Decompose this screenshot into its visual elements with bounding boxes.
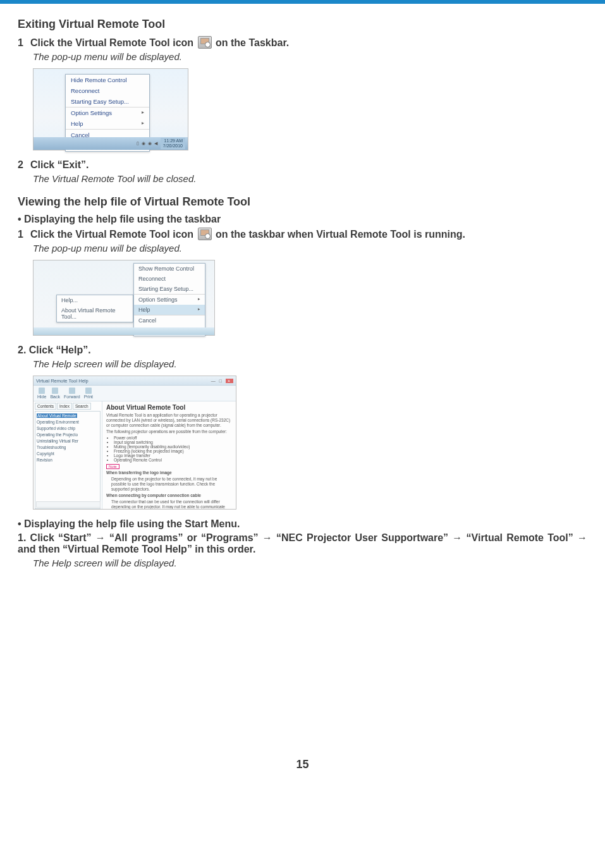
list-item: Muting (temporarily disabling audio/vide…	[114, 444, 232, 449]
popup-menu: Show Remote Control Reconnect Starting E…	[133, 263, 205, 336]
step2-num: 2	[18, 159, 30, 171]
heading-exiting: Exiting Virtual Remote Tool	[18, 18, 587, 31]
toolbar-label: Hide	[37, 394, 46, 399]
menu-item: Cancel	[134, 315, 205, 326]
menu-item: Show Remote Control	[134, 264, 205, 274]
list-item: Input signal switching	[114, 440, 232, 444]
clock-time: 11:29 AM	[164, 138, 183, 143]
content-para: Depending on the projector to be connect…	[111, 477, 232, 492]
nav-scrollbar	[36, 501, 101, 508]
heading-viewing-help: Viewing the help file of Virtual Remote …	[18, 195, 587, 209]
content-para: The following projector operations are p…	[106, 429, 232, 434]
tree-node: Operating the Projecto	[37, 432, 99, 438]
toolbar-forward: Forward	[64, 388, 80, 399]
toolbar-print: Print	[84, 388, 93, 399]
tab-index: Index	[57, 403, 72, 410]
toolbar-label: Forward	[64, 394, 80, 399]
taskbar	[34, 327, 214, 335]
step2-note: The Virtual Remote Tool will be closed.	[33, 173, 587, 184]
startmenu-step-text: Click “Start” → “All programs” or “Progr…	[18, 532, 587, 554]
vrt-tool-icon	[198, 228, 212, 240]
help-step2-note: The Help screen will be displayed.	[33, 358, 587, 369]
tree-node: Troubleshooting	[37, 444, 99, 451]
tree-node-selected: About Virtual Remote	[37, 413, 77, 418]
help-step1-before: Click the Virtual Remote Tool icon	[30, 229, 197, 240]
startmenu-step-line: 1. Click “Start” → “All programs” or “Pr…	[18, 532, 587, 555]
menu-item: Option Settings	[134, 295, 205, 305]
help-nav: Contents Index Search About Virtual Remo…	[34, 401, 102, 510]
step2-text: Click “Exit”.	[30, 159, 89, 170]
nav-tree: About Virtual Remote Operating Environme…	[35, 411, 101, 509]
content-para: The connector that can be used for the c…	[111, 499, 232, 510]
help-step2-num: 2.	[18, 345, 26, 355]
back-icon	[52, 388, 58, 394]
document-page: Exiting Virtual Remote Tool 1Click the V…	[0, 4, 605, 784]
menu-item-highlighted: Help	[134, 305, 205, 315]
print-icon	[85, 388, 92, 394]
toolbar-hide: Hide	[37, 388, 46, 399]
help-submenu: Help... About Virtual Remote Tool...	[56, 295, 133, 322]
step1-note: The pop-up menu will be displayed.	[33, 51, 587, 62]
content-para: When transferring the logo image	[106, 470, 232, 475]
menu-item: Starting Easy Setup...	[66, 96, 149, 107]
help-step1-num: 1	[18, 229, 30, 240]
content-para: When connecting by computer connection c…	[106, 493, 232, 498]
menu-item: Reconnect	[66, 85, 149, 96]
menu-item: Help	[66, 118, 149, 129]
menu-item: Help...	[57, 295, 133, 305]
toolbar-label: Back	[50, 394, 60, 399]
clock-date: 7/20/2010	[163, 144, 183, 148]
startmenu-step-note: The Help screen will be displayed.	[33, 558, 587, 568]
step1-line: 1Click the Virtual Remote Tool icon on t…	[18, 36, 587, 49]
toolbar-back: Back	[50, 388, 60, 399]
nav-tabs: Contents Index Search	[34, 401, 102, 410]
taskbar-clock: 11:29 AM 7/20/2010	[161, 138, 185, 149]
list-item: Operating Remote Control	[114, 458, 232, 462]
help-body: Contents Index Search About Virtual Remo…	[34, 401, 236, 510]
subhead-taskbar-help: • Displaying the help file using the tas…	[18, 214, 587, 225]
screenshot-taskbar-popup: Hide Remote Control Reconnect Starting E…	[33, 68, 188, 150]
tree-node: About Virtual Remote	[37, 413, 99, 419]
note-box: Note	[106, 464, 119, 469]
bold-line: When connecting by computer connection c…	[106, 493, 201, 498]
content-para: Virtual Remote Tool is an application fo…	[106, 413, 232, 428]
help-content: About Virtual Remote Tool Virtual Remote…	[102, 401, 236, 510]
tree-node: Operating Environment	[37, 419, 99, 425]
page-number: 15	[18, 758, 587, 784]
list-item: Power on/off	[114, 436, 232, 440]
window-titlebar: Virtual Remote Tool Help — □ ×	[34, 376, 236, 386]
bold-line: When transferring the logo image	[106, 470, 172, 475]
help-toolbar: Hide Back Forward Print	[34, 386, 236, 401]
tab-search: Search	[73, 403, 91, 410]
help-step1-line: 1Click the Virtual Remote Tool icon on t…	[18, 228, 587, 240]
menu-item: Hide Remote Control	[66, 75, 149, 85]
help-step2-text: Click “Help”.	[29, 345, 91, 355]
help-step1-after: on the taskbar when Virtual Remote Tool …	[213, 229, 465, 240]
menu-item: Option Settings	[66, 107, 149, 118]
window-title: Virtual Remote Tool Help	[36, 378, 89, 384]
list-item: Freezing (locking the projected image)	[114, 449, 232, 453]
tree-node: Uninstalling Virtual Rer	[37, 438, 99, 444]
help-step1-note: The pop-up menu will be displayed.	[33, 243, 587, 254]
taskbar: ▯ ◉ ◉ ◀ 11:29 AM 7/20/2010	[34, 137, 188, 150]
tree-node: Copyright	[37, 451, 99, 457]
startmenu-step-num: 1.	[18, 532, 26, 543]
list-item: Logo image transfer	[114, 453, 232, 458]
step1-text-before: Click the Virtual Remote Tool icon	[30, 37, 197, 48]
window-buttons: — □ ×	[211, 379, 233, 383]
subhead-startmenu-help: • Displaying the help file using the Sta…	[18, 518, 587, 530]
tab-contents: Contents	[35, 403, 56, 410]
tray-icons: ▯ ◉ ◉ ◀	[137, 141, 158, 146]
hide-icon	[39, 388, 45, 394]
step1-num: 1	[18, 37, 30, 49]
close-icon: ×	[226, 379, 233, 383]
content-heading: About Virtual Remote Tool	[106, 404, 232, 411]
screenshot-help-window: Virtual Remote Tool Help — □ × Hide Back…	[33, 376, 236, 510]
vrt-tool-icon	[198, 36, 212, 49]
step2-line: 2Click “Exit”.	[18, 159, 587, 171]
forward-icon	[69, 388, 75, 394]
toolbar-label: Print	[84, 394, 93, 399]
help-step2-line: 2. Click “Help”.	[18, 345, 587, 356]
tree-node: Supported video chip	[37, 425, 99, 432]
menu-item: Reconnect	[134, 274, 205, 284]
